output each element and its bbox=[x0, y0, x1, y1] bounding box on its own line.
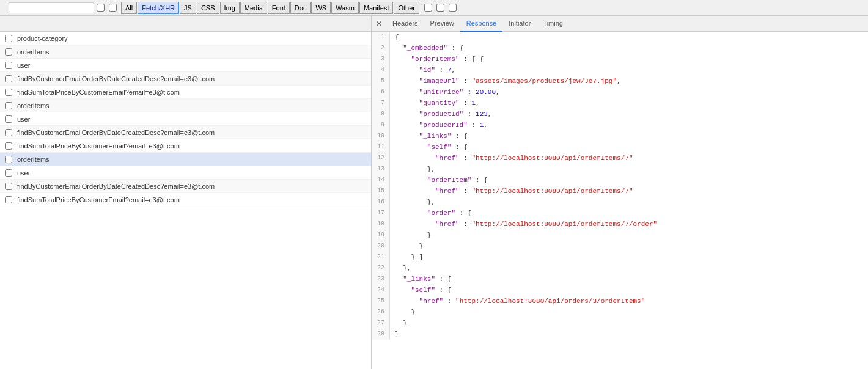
filter-btn-media[interactable]: Media bbox=[240, 2, 267, 14]
line-content: "_embedded" : { bbox=[390, 43, 463, 54]
toolbar: AllFetch/XHRJSCSSImgMediaFontDocWSWasmMa… bbox=[0, 0, 868, 16]
code-line: 13 }, bbox=[372, 164, 868, 175]
list-item[interactable]: orderItems bbox=[0, 99, 371, 112]
filter-btn-other[interactable]: Other bbox=[394, 2, 419, 14]
line-number: 5 bbox=[372, 76, 390, 87]
list-item[interactable]: user bbox=[0, 112, 371, 126]
hide-data-urls-checkbox-group[interactable] bbox=[109, 4, 119, 12]
line-content: "_links" : { bbox=[390, 131, 468, 142]
code-line: 24 "self" : { bbox=[372, 285, 868, 296]
list-item[interactable]: product-category bbox=[0, 32, 371, 45]
list-item[interactable]: findByCustomerEmailOrderByDateCreatedDes… bbox=[0, 126, 371, 139]
invert-checkbox-group[interactable] bbox=[97, 4, 106, 12]
item-checkbox-0[interactable] bbox=[5, 35, 12, 42]
item-checkbox-3[interactable] bbox=[5, 75, 12, 82]
code-line: 25 "href" : "http://localhost:8080/api/o… bbox=[372, 296, 868, 307]
filter-btn-font[interactable]: Font bbox=[268, 2, 290, 14]
line-content: "id" : 7, bbox=[390, 65, 455, 76]
code-line: 21 } ] bbox=[372, 252, 868, 263]
line-number: 20 bbox=[372, 241, 390, 252]
item-checkbox-7[interactable] bbox=[5, 129, 12, 136]
code-line: 11 "self" : { bbox=[372, 142, 868, 153]
line-number: 16 bbox=[372, 197, 390, 208]
item-checkbox-11[interactable] bbox=[5, 183, 12, 190]
item-checkbox-1[interactable] bbox=[5, 48, 12, 56]
list-item[interactable]: findByCustomerEmailOrderByDateCreatedDes… bbox=[0, 72, 371, 86]
filter-btn-all[interactable]: All bbox=[121, 2, 137, 14]
item-checkbox-6[interactable] bbox=[5, 115, 12, 123]
line-content: "unitPrice" : 20.00, bbox=[390, 87, 500, 98]
list-item[interactable]: user bbox=[0, 59, 371, 72]
tab-initiator[interactable]: Initiator bbox=[502, 16, 537, 32]
line-number: 1 bbox=[372, 32, 390, 43]
filter-btn-fetch/xhr[interactable]: Fetch/XHR bbox=[138, 2, 179, 14]
main-panel: product-categoryorderItemsuserfindByCust… bbox=[0, 16, 868, 369]
item-name: orderItems bbox=[17, 48, 50, 56]
item-name: findByCustomerEmailOrderByDateCreatedDes… bbox=[17, 183, 215, 190]
has-blocked-cookies-checkbox[interactable] bbox=[424, 4, 432, 12]
filter-btn-ws[interactable]: WS bbox=[311, 2, 331, 14]
tab-headers[interactable]: Headers bbox=[386, 16, 424, 32]
code-line: 28} bbox=[372, 329, 868, 340]
list-item[interactable]: orderItems bbox=[0, 153, 371, 166]
list-item[interactable]: findSumTotalPriceByCustomerEmail?email=e… bbox=[0, 86, 371, 99]
line-content: "orderItems" : [ { bbox=[390, 54, 484, 65]
filter-btn-js[interactable]: JS bbox=[180, 2, 196, 14]
filter-btn-doc[interactable]: Doc bbox=[290, 2, 311, 14]
line-content: } bbox=[390, 241, 423, 252]
item-checkbox-10[interactable] bbox=[5, 169, 12, 177]
line-content: "href" : "http://localhost:8080/api/orde… bbox=[390, 219, 657, 230]
item-checkbox-8[interactable] bbox=[5, 142, 12, 150]
blocked-requests-group[interactable] bbox=[436, 4, 446, 12]
list-item[interactable]: findByCustomerEmailOrderByDateCreatedDes… bbox=[0, 180, 371, 193]
filter-btn-wasm[interactable]: Wasm bbox=[331, 2, 359, 14]
line-number: 18 bbox=[372, 219, 390, 230]
filter-btn-manifest[interactable]: Manifest bbox=[359, 2, 394, 14]
filter-btn-img[interactable]: Img bbox=[220, 2, 240, 14]
line-number: 13 bbox=[372, 164, 390, 175]
item-name: user bbox=[17, 62, 30, 69]
list-item[interactable]: user bbox=[0, 166, 371, 180]
line-content: } ] bbox=[390, 252, 423, 263]
line-content: } bbox=[390, 230, 431, 241]
item-checkbox-5[interactable] bbox=[5, 102, 12, 109]
item-checkbox-9[interactable] bbox=[5, 156, 12, 163]
line-content: { bbox=[390, 32, 399, 43]
code-line: 19 } bbox=[372, 230, 868, 241]
invert-checkbox[interactable] bbox=[97, 4, 105, 12]
third-party-group[interactable] bbox=[449, 4, 458, 12]
list-item[interactable]: findSumTotalPriceByCustomerEmail?email=e… bbox=[0, 193, 371, 206]
code-line: 1{ bbox=[372, 32, 868, 43]
code-line: 14 "orderItem" : { bbox=[372, 175, 868, 186]
line-content: } bbox=[390, 329, 399, 340]
line-content: "href" : "http://localhost:8080/api/orde… bbox=[390, 153, 633, 164]
item-checkbox-2[interactable] bbox=[5, 62, 12, 69]
filter-btn-css[interactable]: CSS bbox=[197, 2, 219, 14]
filter-input[interactable] bbox=[9, 2, 94, 13]
tab-preview[interactable]: Preview bbox=[424, 16, 460, 32]
list-item[interactable]: findSumTotalPriceByCustomerEmail?email=e… bbox=[0, 139, 371, 153]
third-party-checkbox[interactable] bbox=[449, 4, 457, 12]
hide-data-urls-checkbox[interactable] bbox=[109, 4, 117, 12]
tab-timing[interactable]: Timing bbox=[537, 16, 569, 32]
response-content[interactable]: 1{2 "_embedded" : {3 "orderItems" : [ {4… bbox=[372, 32, 868, 369]
blocked-requests-checkbox[interactable] bbox=[436, 4, 444, 12]
line-number: 26 bbox=[372, 307, 390, 318]
list-item[interactable]: orderItems bbox=[0, 45, 371, 59]
item-checkbox-12[interactable] bbox=[5, 196, 12, 203]
line-content: "producerId" : 1, bbox=[390, 120, 488, 131]
has-blocked-cookies-group[interactable] bbox=[424, 4, 434, 12]
request-list[interactable]: product-categoryorderItemsuserfindByCust… bbox=[0, 32, 371, 369]
item-name: findByCustomerEmailOrderByDateCreatedDes… bbox=[17, 129, 215, 136]
tab-response[interactable]: Response bbox=[460, 16, 503, 32]
list-header bbox=[0, 16, 371, 32]
item-name: product-category bbox=[17, 35, 68, 42]
code-line: 26 } bbox=[372, 307, 868, 318]
close-button[interactable]: ✕ bbox=[374, 19, 384, 29]
line-content: "self" : { bbox=[390, 142, 468, 153]
filter-buttons: AllFetch/XHRJSCSSImgMediaFontDocWSWasmMa… bbox=[121, 2, 419, 14]
right-panel: ✕ HeadersPreviewResponseInitiatorTiming … bbox=[372, 16, 868, 369]
line-number: 19 bbox=[372, 230, 390, 241]
line-content: "_links" : { bbox=[390, 274, 451, 285]
item-checkbox-4[interactable] bbox=[5, 89, 12, 96]
